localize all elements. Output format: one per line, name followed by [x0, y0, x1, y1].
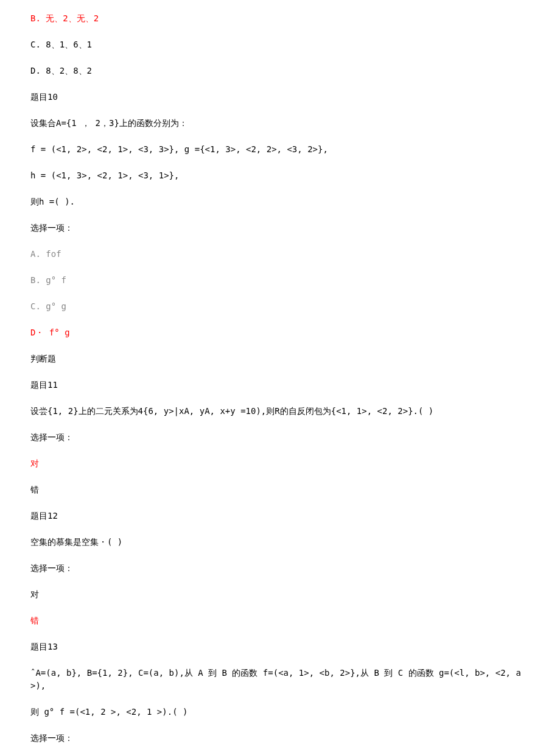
text-line: 则h =( ). [30, 195, 530, 208]
text-line: 题目11 [30, 379, 530, 391]
text-line: 设集合A={1 ， 2，3}上的函数分别为： [30, 117, 530, 130]
text-line: C. g° g [30, 300, 530, 313]
text-line: 则 g° f =(<1, 2 >, <2, 1 >).( ) [30, 706, 530, 718]
text-line: 对 [30, 588, 530, 601]
text-line: 选择一项： [30, 222, 530, 234]
text-line: 设尝{1, 2}上的二元关系为4{6, y>|xA, yA, x+y =10),… [30, 405, 530, 418]
text-line: 对 [30, 457, 530, 470]
text-line: C. 8、1、6、1 [30, 38, 530, 51]
text-line: D・ f° g [30, 326, 530, 339]
text-line: 选择一项： [30, 562, 530, 575]
text-line: 错 [30, 483, 530, 496]
text-line: D. 8、2、8、2 [30, 65, 530, 77]
text-line: A. fof [30, 248, 530, 261]
text-line: ˆA=(a, b}, B={1, 2}, C=(a, b),从 A 到 B 的函… [30, 667, 530, 692]
document-body: B. 无、2、无、2C. 8、1、6、1D. 8、2、8、2题目10设集合A={… [30, 12, 530, 744]
text-line: 判断题 [30, 353, 530, 365]
text-line: f = (<1, 2>, <2, 1>, <3, 3>}, g ={<1, 3>… [30, 143, 530, 156]
text-line: 题目13 [30, 640, 530, 653]
text-line: B. g° f [30, 274, 530, 287]
text-line: h = (<1, 3>, <2, 1>, <3, 1>}, [30, 169, 530, 182]
text-line: 选择一项： [30, 431, 530, 444]
text-line: 题目10 [30, 91, 530, 104]
text-line: 错 [30, 614, 530, 627]
text-line: B. 无、2、无、2 [30, 12, 530, 25]
text-line: 空集的慕集是空集・( ) [30, 536, 530, 549]
text-line: 题目12 [30, 510, 530, 522]
text-line: 选择一项： [30, 732, 530, 744]
